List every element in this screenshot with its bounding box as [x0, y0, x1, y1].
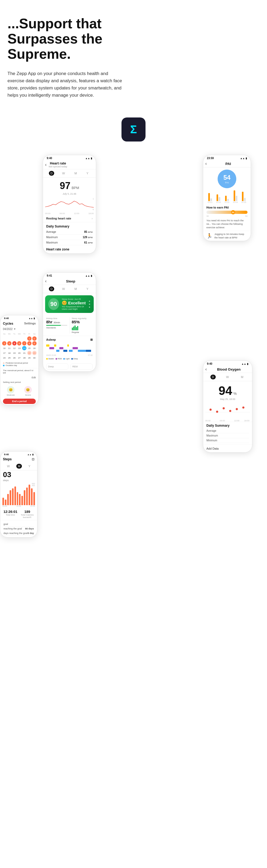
svg-rect-10 [78, 350, 86, 352]
pai-slider-thumb: 54 [231, 210, 235, 214]
resting-heart-rate-row[interactable]: Resting heart rate › [43, 215, 96, 222]
mood-moderate[interactable]: 😐 Moderate [3, 386, 19, 396]
status-icons-steps: ▲▲ ▮ [27, 453, 33, 456]
total-time-val: 12:26:01 [3, 510, 17, 514]
cycle-legend: Predicted menstrual period Ovulation day [0, 361, 38, 368]
heart-value: 97 [60, 180, 70, 191]
battery-icon-cycles: ▮ [34, 317, 35, 319]
screenshots-area: 9:40 ▲▲ ▮ ‹ Heart rate Not synced today … [0, 150, 267, 844]
back-arrow-heart[interactable]: ‹ [45, 162, 47, 167]
tab-m-blood[interactable]: M [239, 375, 245, 379]
rem-label: REM [72, 365, 91, 368]
statusbar-steps: 9:40 ▲▲ ▮ [0, 452, 37, 456]
sleep-header: ‹ Sleep [43, 278, 96, 285]
blood-maximum: Maximum [206, 433, 249, 438]
svg-rect-6 [59, 347, 63, 349]
score-label: Sleep Score [62, 298, 73, 300]
expand-icon[interactable]: ⊞ [90, 338, 93, 341]
back-arrow-blood[interactable]: ‹ [205, 367, 207, 372]
cal-row-1: 1 2 [2, 336, 37, 341]
time-blood: 9:40 [207, 362, 212, 365]
cycles-title: Cycles [3, 322, 13, 326]
status-icons-sleep: ▲▲ ▮ [85, 275, 92, 277]
edit-button[interactable]: Edit [31, 376, 36, 379]
status-icons-pai: ▲▲ ▮ [240, 157, 247, 160]
svg-rect-9 [69, 350, 72, 352]
steps-value-area: 03 [0, 470, 37, 479]
blood-header: ‹ Blood Oxygen [203, 366, 252, 373]
steps-value: 03 [3, 470, 11, 479]
summary-title: Daily Summary [46, 222, 93, 229]
heart-header: ‹ Heart rate Not synced today [43, 160, 96, 169]
pai-title: PAI [209, 162, 247, 166]
sleep-chart-labels: 03/25 23:00 07:00 [46, 354, 93, 357]
pai-label: PAI [225, 181, 229, 184]
asleep-bar [46, 325, 67, 326]
pai-earn-section: How to earn PAI 54 30 50 You need 46 mor… [203, 204, 251, 231]
app-icon[interactable]: Σ [121, 118, 146, 142]
sleep-stars: ✦✦✦ [88, 300, 90, 309]
export-icon[interactable]: ⊡ [32, 457, 34, 461]
cycles-phone: 9:40 ▲▲ ▮ Cycles Settings 04/2022 ▼ Su M… [0, 315, 39, 405]
cal-row-2: 3 4 5 6 7 8 9 [2, 341, 37, 345]
heart-tabs: D W M Y [43, 169, 96, 178]
cycles-settings[interactable]: Settings [24, 322, 36, 326]
svg-point-17 [229, 410, 231, 412]
tab-y-heart[interactable]: Y [85, 171, 90, 176]
wifi-icon-cycles: ▲▲ [29, 317, 33, 319]
sleep-stat-regularity: Sleep regularity 85% Regular [72, 317, 93, 334]
heart-title: Heart rate [49, 161, 67, 165]
time-pai: 23:59 [207, 157, 214, 160]
tab-d-sleep[interactable]: D [49, 286, 54, 291]
tab-d-blood[interactable]: D [210, 375, 216, 379]
end-period-button[interactable]: End a period [3, 399, 36, 404]
calendar-grid: Su Mo Tu We Th Fr Sa 1 2 3 4 5 [0, 331, 38, 361]
sleep-score-value: 90 [51, 301, 57, 308]
svg-point-15 [216, 411, 218, 413]
tab-w-sleep[interactable]: W [61, 286, 66, 291]
pai-description: You need 46 more PAI to reach the ne... … [206, 219, 247, 229]
blood-unit: % [233, 392, 237, 396]
tab-w-heart[interactable]: W [61, 171, 66, 176]
tab-m-steps[interactable]: M [16, 464, 22, 469]
blood-summary-title: Daily Summary [206, 424, 249, 428]
svg-point-18 [236, 408, 238, 410]
calendar-header-row: Su Mo Tu We Th Fr Sa [2, 332, 37, 336]
back-arrow-sleep[interactable]: ‹ [45, 279, 47, 283]
tab-m-sleep[interactable]: M [73, 286, 79, 291]
tab-w-blood[interactable]: W [225, 375, 230, 379]
sleep-tabs: D W M Y [43, 285, 96, 293]
svg-rect-2 [46, 344, 50, 346]
svg-text:12:00: 12:00 [234, 420, 239, 422]
blood-value-area: 94 % [203, 381, 252, 398]
status-icons-blood: ▲▲ ▮ [241, 363, 248, 365]
sleep-score-card: 90 Sleep Score Jun 25 😊 Excellent You Su… [45, 295, 94, 313]
blood-tabs: D W M [203, 373, 252, 381]
deep-label: Deep [48, 365, 66, 368]
hero-description: The Zepp App on your phone conducts heal… [7, 70, 126, 99]
time-steps: 9:40 [4, 453, 9, 456]
svg-rect-8 [56, 350, 60, 352]
steps-title: Steps [3, 457, 12, 461]
add-data-button[interactable]: Add Data [203, 444, 252, 452]
battery-icon-sleep: ▮ [91, 275, 92, 277]
legend-rem: REM [56, 358, 62, 360]
steps-tabs: W M Y [0, 462, 37, 470]
sleep-phone: 9:41 ▲▲ ▮ ‹ Sleep D W M Y 90 Sleep Score… [43, 272, 96, 372]
sleep-quality: Excellent [68, 301, 86, 305]
calories-val: 189 [21, 510, 34, 514]
back-arrow-pai[interactable]: ‹ [205, 161, 207, 166]
svg-point-19 [242, 407, 244, 409]
run-icon: 🏃 [206, 233, 212, 239]
mood-severe[interactable]: 😣 Severe [20, 386, 36, 396]
tab-w-steps[interactable]: W [5, 464, 11, 469]
total-calories: 189 Total Calories burned① [21, 510, 34, 519]
tab-y-sleep[interactable]: Y [85, 286, 90, 291]
svg-rect-3 [54, 344, 56, 346]
calories-label: Total Calories burned① [21, 514, 34, 519]
tab-d-heart[interactable]: D [49, 171, 54, 176]
asleep-label: Asleep time [46, 317, 67, 319]
asleep-value: 8hr 30min [46, 319, 67, 324]
tab-y-steps[interactable]: Y [27, 464, 32, 469]
tab-m-heart[interactable]: M [73, 171, 79, 176]
